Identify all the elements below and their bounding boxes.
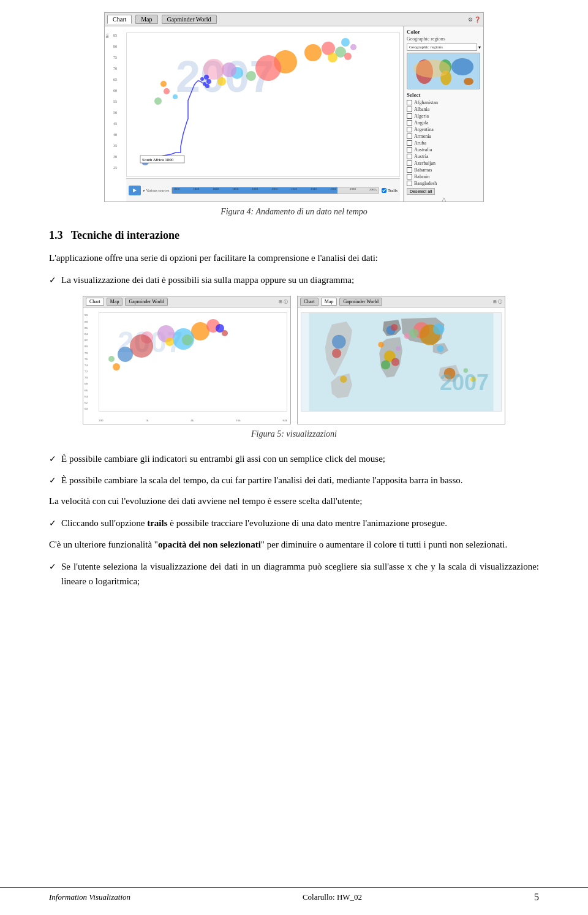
- checkbox-bahrain[interactable]: [407, 174, 412, 179]
- svg-point-17: [433, 323, 445, 335]
- checkbox-azerbaijan[interactable]: [407, 160, 412, 166]
- bullet-item-2: ✓ È possibile cambiare gli indicatori su…: [49, 451, 539, 466]
- color-panel: Color Geographic regions Geographic regi…: [404, 26, 483, 201]
- gapminder-screenshot-4: Chart Map Gapminder World ⚙ ❓ Life expec…: [104, 12, 484, 202]
- geo-dropdown[interactable]: Geographic regions: [407, 43, 477, 51]
- sm-chart-tab[interactable]: Chart: [300, 298, 318, 306]
- play-bar: ▸ Various sources 1800 1820 1840 1860 18…: [126, 178, 400, 201]
- scale-label: lin: [105, 34, 110, 38]
- opacita-bold: opacità dei non selezionati: [158, 540, 261, 549]
- svg-point-8: [464, 78, 473, 85]
- toolbar-icons: ⚙ ❓: [468, 17, 481, 23]
- bullet-text-2: È possibile cambiare gli indicatori su e…: [61, 451, 539, 466]
- intro-paragraph: L'applicazione offre una serie di opzion…: [49, 250, 539, 265]
- map-background: 2007: [301, 312, 502, 412]
- country-name-algeria: Algeria: [414, 113, 429, 119]
- chart-area: Life expectancy at birth (years) lin 85 …: [105, 26, 404, 201]
- country-list: Afghanistan Albania Algeria Angola: [407, 99, 481, 187]
- checkmark-scala: ✓: [49, 560, 56, 574]
- figure-5-caption: Figura 5: visualizzazioni: [49, 429, 539, 439]
- checkbox-aruba[interactable]: [407, 140, 412, 146]
- section-heading: 1.3 Tecniche di interazione: [49, 229, 539, 242]
- sources-label: ▸ Various sources: [143, 188, 169, 192]
- section-title: Tecniche di interazione: [71, 229, 179, 241]
- checkmark-2: ✓: [49, 453, 56, 466]
- y-ticks: 85 80 75 70 65 60 55 50 45 40 35 30 25: [113, 34, 117, 170]
- checkbox-australia[interactable]: [407, 147, 412, 152]
- bullet-text-1: La visualizzazione dei dati è possibili …: [61, 273, 539, 287]
- country-item-australia: Australia: [407, 146, 481, 153]
- checkbox-albania[interactable]: [407, 107, 412, 112]
- map-year-watermark: 2007: [440, 370, 489, 396]
- trails-check: Trails: [382, 188, 398, 193]
- map-svg: [301, 313, 501, 411]
- gm-main: Life expectancy at birth (years) lin 85 …: [105, 26, 483, 201]
- checkbox-austria[interactable]: [407, 154, 412, 159]
- svg-point-6: [440, 70, 451, 85]
- sc-bubble13: [222, 330, 228, 336]
- geographic-regions-label: Geographic regions: [407, 36, 481, 42]
- svg-point-19: [332, 335, 346, 349]
- small-toolbar-icons: ⊞ ⓘ: [279, 299, 288, 305]
- sm-map-tab[interactable]: Map: [321, 298, 337, 306]
- small-chart-inner: 2007: [99, 312, 287, 412]
- checkbox-argentina[interactable]: [407, 127, 412, 132]
- chart-inner: 2007 South Africa 1800: [126, 32, 400, 177]
- country-item-afghanistan: Afghanistan: [407, 99, 481, 106]
- select-label: Select: [407, 92, 481, 98]
- map-tab[interactable]: Map: [135, 15, 157, 24]
- figure-4-caption: Figura 4: Andamento di un dato nel tempo: [49, 207, 539, 217]
- small-y-ticks: 9088 8684 8280 7876 7472 7068 6664 6260: [85, 314, 88, 410]
- year-ticks: 1800 1820 1840 1860 1880 1900 1920 1940 …: [172, 187, 379, 191]
- sc-bubble11: [113, 363, 120, 371]
- checkbox-afghanistan[interactable]: [407, 100, 412, 105]
- svg-point-4: [416, 59, 433, 84]
- svg-point-21: [340, 376, 347, 383]
- small-gw-tab[interactable]: Gapminder World: [125, 298, 168, 306]
- country-item-aruba: Aruba: [407, 140, 481, 146]
- chart-svg: South Africa 1800: [127, 33, 399, 176]
- country-item-armenia: Armenia: [407, 133, 481, 140]
- footer-left: Information Visualization: [49, 892, 130, 902]
- country-name-albania: Albania: [414, 107, 429, 112]
- continuation-text: La velocità con cui l'evoluzione dei dat…: [49, 494, 539, 508]
- play-button[interactable]: [129, 186, 141, 195]
- chart-tab[interactable]: Chart: [107, 15, 132, 24]
- scroll-indicator: △: [407, 196, 481, 201]
- page-footer: Information Visualization Colarullo: HW_…: [0, 887, 588, 903]
- gapminder-world-tab[interactable]: Gapminder World: [162, 15, 217, 24]
- checkbox-bangladesh[interactable]: [407, 181, 412, 186]
- section-number: 1.3: [49, 229, 63, 241]
- figure-5-container: Chart Map Gapminder World ⊞ ⓘ 9088 8684 …: [49, 296, 539, 424]
- figure-4-container: Chart Map Gapminder World ⚙ ❓ Life expec…: [49, 12, 539, 202]
- small-chart-tab[interactable]: Chart: [86, 298, 104, 306]
- checkbox-angola[interactable]: [407, 120, 412, 126]
- svg-point-20: [332, 349, 341, 358]
- map-screenshot-small: Chart Map Gapminder World ⊞ ⓘ: [297, 296, 505, 424]
- deselect-all-button[interactable]: Deselect all: [407, 188, 435, 195]
- checkbox-algeria[interactable]: [407, 113, 412, 119]
- footer-page-number: 5: [534, 892, 539, 903]
- country-item-albania: Albania: [407, 106, 481, 113]
- checkmark-trails: ✓: [49, 517, 56, 530]
- country-name-bahamas: Bahamas: [414, 167, 432, 173]
- bullet-text-3: È possibile cambiare la scala del tempo,…: [61, 473, 539, 488]
- trails-checkbox[interactable]: [382, 188, 386, 193]
- svg-point-25: [396, 347, 401, 352]
- bullet-section: ✓ La visualizzazione dei dati è possibil…: [49, 273, 539, 589]
- checkmark-1: ✓: [49, 274, 56, 287]
- checkbox-armenia[interactable]: [407, 134, 412, 139]
- timeline-bar[interactable]: 1800 1820 1840 1860 1880 1900 1920 1940 …: [172, 187, 379, 194]
- color-panel-header: Color: [407, 29, 481, 35]
- dropdown-row: Geographic regions ▾: [407, 43, 481, 51]
- sc-bubble9: [118, 347, 133, 362]
- sm-gw-tab[interactable]: Gapminder World: [339, 298, 382, 306]
- small-map-tab[interactable]: Map: [107, 298, 123, 306]
- svg-point-11: [391, 324, 398, 331]
- checkbox-bahamas[interactable]: [407, 167, 412, 173]
- country-name-austria: Austria: [414, 154, 429, 159]
- bullet-text-trails: Cliccando sull'opzione trails è possibil…: [61, 516, 539, 530]
- bullet-text-scala: Se l'utente seleziona la visualizzazione…: [61, 559, 539, 589]
- world-map-mini: [407, 53, 480, 89]
- country-name-angola: Angola: [414, 120, 429, 126]
